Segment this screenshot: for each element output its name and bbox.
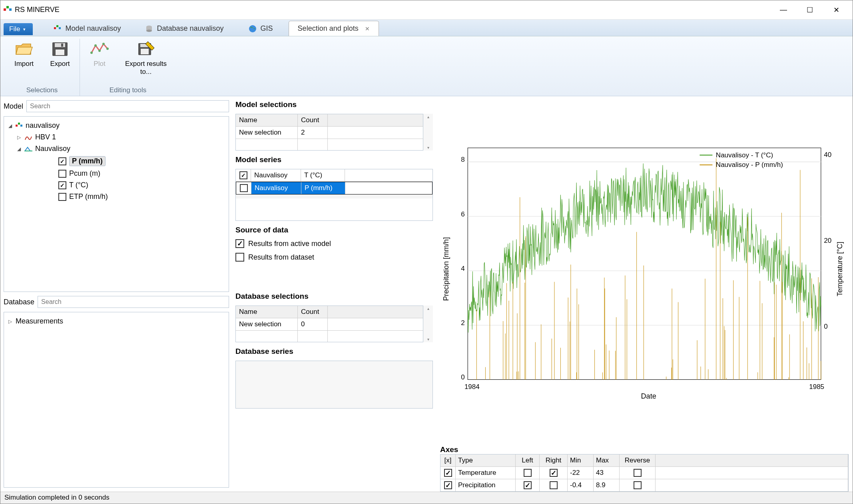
tree-var-p[interactable]: P (mm/h) bbox=[69, 156, 106, 166]
cell-type[interactable]: Temperature bbox=[456, 467, 516, 479]
import-button[interactable]: Import bbox=[8, 39, 40, 68]
maximize-button[interactable]: ☐ bbox=[797, 2, 823, 18]
model-series-grid[interactable]: NauvalisoyT (°C) NauvalisoyP (mm/h) bbox=[235, 169, 433, 221]
cell-name[interactable]: New selection bbox=[236, 318, 298, 330]
svg-text:1985: 1985 bbox=[809, 383, 824, 391]
svg-rect-3 bbox=[54, 27, 56, 29]
tab-selection-plots[interactable]: Selection and plots ✕ bbox=[289, 21, 379, 36]
plot-button[interactable]: Plot bbox=[84, 39, 115, 76]
file-menu[interactable]: File▾ bbox=[4, 23, 33, 35]
tree-root[interactable]: nauvalisoy bbox=[26, 121, 60, 130]
model-icon bbox=[54, 25, 61, 32]
expander-icon[interactable]: ▷ bbox=[16, 135, 22, 140]
svg-rect-23 bbox=[18, 123, 20, 125]
model-search-input[interactable] bbox=[26, 100, 229, 112]
source-active-model[interactable]: Results from active model bbox=[235, 239, 433, 248]
expander-icon[interactable]: ◢ bbox=[7, 123, 13, 129]
legend-precipitation: Nauvalisoy - P (mm/h) bbox=[716, 161, 783, 169]
model-icon bbox=[16, 123, 23, 129]
ribbon-group-title-editing: Editing tools bbox=[110, 86, 147, 94]
tree-hbv[interactable]: HBV 1 bbox=[35, 133, 56, 141]
scrollbar[interactable]: ▴▾ bbox=[423, 114, 433, 151]
col-min[interactable]: Min bbox=[568, 454, 594, 466]
checkbox[interactable] bbox=[235, 239, 244, 248]
col-name[interactable]: Name bbox=[236, 306, 298, 318]
tree-var-t[interactable]: T (°C) bbox=[69, 181, 88, 189]
col-count[interactable]: Count bbox=[298, 306, 328, 318]
ribbon-group-editing: Plot Export results to... Editing tools bbox=[80, 39, 176, 96]
checkbox[interactable] bbox=[634, 469, 642, 477]
tree-var-etp[interactable]: ETP (mm/h) bbox=[69, 192, 108, 201]
cell-station[interactable]: Nauvalisoy bbox=[251, 169, 301, 181]
y1-axis-label: Precipitation [mm/h] bbox=[442, 237, 450, 301]
cell-station[interactable]: Nauvalisoy bbox=[251, 182, 301, 194]
source-dataset[interactable]: Results from dataset bbox=[235, 253, 433, 262]
tree-var-pcum[interactable]: Pcum (m) bbox=[69, 169, 100, 178]
checkbox[interactable] bbox=[58, 157, 66, 165]
database-series-grid[interactable] bbox=[235, 361, 433, 409]
tree-station[interactable]: Nauvalisoy bbox=[35, 145, 70, 153]
checkbox[interactable] bbox=[634, 481, 642, 489]
scrollbar[interactable]: ▴▾ bbox=[423, 306, 433, 342]
svg-rect-11 bbox=[55, 43, 65, 47]
export-results-button[interactable]: Export results to... bbox=[120, 39, 172, 76]
cell-name[interactable]: New selection bbox=[236, 127, 298, 139]
tab-gis[interactable]: GIS bbox=[239, 21, 282, 36]
source-of-data-title: Source of data bbox=[235, 226, 433, 234]
col-max[interactable]: Max bbox=[594, 454, 620, 466]
database-tree[interactable]: ▷Measurements bbox=[4, 312, 229, 488]
cell-count[interactable]: 2 bbox=[298, 127, 328, 139]
close-tab-icon[interactable]: ✕ bbox=[365, 26, 370, 32]
checkbox[interactable] bbox=[524, 469, 532, 477]
checkbox[interactable] bbox=[444, 481, 452, 489]
tree-measurements[interactable]: Measurements bbox=[16, 317, 63, 325]
checkbox[interactable] bbox=[524, 481, 532, 489]
cell-min[interactable]: -22 bbox=[568, 467, 594, 479]
checkbox[interactable] bbox=[58, 170, 66, 178]
app-title: RS MINERVE bbox=[15, 6, 60, 14]
checkbox[interactable] bbox=[58, 193, 66, 201]
close-button[interactable]: ✕ bbox=[823, 2, 849, 18]
svg-text:8: 8 bbox=[461, 156, 464, 163]
checkbox[interactable] bbox=[550, 481, 558, 489]
svg-rect-13 bbox=[61, 44, 63, 47]
minimize-button[interactable]: — bbox=[770, 2, 797, 18]
checkbox[interactable] bbox=[550, 469, 558, 477]
checkbox[interactable] bbox=[444, 469, 452, 477]
col-count[interactable]: Count bbox=[298, 114, 328, 126]
cell-count[interactable]: 0 bbox=[298, 318, 328, 330]
cell-max[interactable]: 43 bbox=[594, 467, 620, 479]
database-series-title: Database series bbox=[235, 347, 433, 356]
checkbox[interactable] bbox=[240, 184, 248, 192]
expander-icon[interactable]: ◢ bbox=[16, 146, 22, 152]
cell-var[interactable]: T (°C) bbox=[301, 169, 345, 181]
cell-type[interactable]: Precipitation bbox=[456, 479, 516, 491]
svg-point-8 bbox=[146, 30, 152, 32]
col-name[interactable]: Name bbox=[236, 114, 298, 126]
cell-var[interactable]: P (mm/h) bbox=[301, 182, 345, 194]
checkbox[interactable] bbox=[235, 253, 244, 262]
globe-icon bbox=[249, 25, 257, 33]
model-selections-grid[interactable]: NameCount New selection2 bbox=[235, 114, 423, 151]
col-reverse[interactable]: Reverse bbox=[620, 454, 656, 466]
database-search-input[interactable] bbox=[38, 296, 229, 308]
expander-icon[interactable]: ▷ bbox=[7, 319, 13, 324]
middle-column: Model selections NameCount New selection… bbox=[232, 96, 436, 492]
export-button[interactable]: Export bbox=[44, 39, 76, 68]
tab-model[interactable]: Model nauvalisoy bbox=[45, 21, 130, 36]
svg-text:2: 2 bbox=[461, 319, 464, 327]
col-right[interactable]: Right bbox=[540, 454, 568, 466]
cell-max[interactable]: 8.9 bbox=[594, 479, 620, 491]
model-label: Model bbox=[4, 102, 23, 111]
col-x[interactable]: [x] bbox=[440, 454, 456, 466]
tab-database[interactable]: Database nauvalisoy bbox=[136, 21, 233, 36]
svg-rect-21 bbox=[141, 49, 149, 54]
database-selections-grid[interactable]: NameCount New selection0 bbox=[235, 306, 423, 342]
col-type[interactable]: Type bbox=[456, 454, 516, 466]
model-tree[interactable]: ◢ nauvalisoy ▷ HBV 1 ◢ Nauvalisoy P (mm/… bbox=[4, 116, 229, 292]
cell-min[interactable]: -0.4 bbox=[568, 479, 594, 491]
col-left[interactable]: Left bbox=[516, 454, 540, 466]
axes-grid[interactable]: [x] Type Left Right Min Max Reverse Temp… bbox=[440, 454, 849, 492]
checkbox[interactable] bbox=[239, 171, 247, 179]
checkbox[interactable] bbox=[58, 181, 66, 189]
